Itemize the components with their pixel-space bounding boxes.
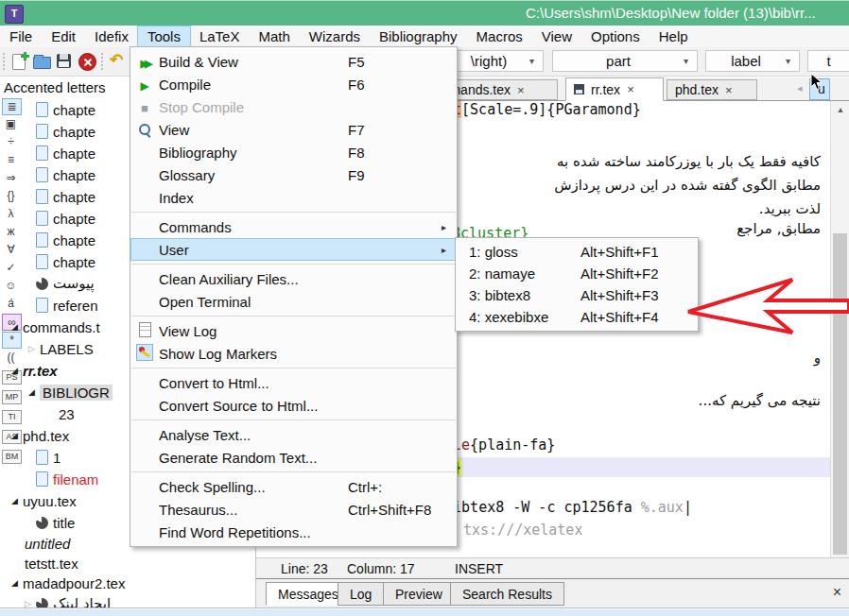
title-bar[interactable]: T C:\Users\shm\Desktop\New folder (13)\b… bbox=[0, 0, 849, 26]
toolbar-grip[interactable] bbox=[3, 53, 8, 70]
menu-wizards[interactable]: Wizards bbox=[300, 26, 370, 47]
menu-item-clean-auxiliary-files[interactable]: Clean Auxiliary Files... bbox=[130, 267, 457, 290]
expanded-triangle-icon[interactable]: ◢ bbox=[28, 387, 40, 397]
collapsed-triangle-icon[interactable]: ▷ bbox=[28, 344, 40, 353]
structure-panel-icon[interactable]: ≣ bbox=[2, 98, 22, 115]
greek-icon[interactable]: λ bbox=[2, 206, 20, 221]
menu-item-build-and-view[interactable]: ▶▶Build & ViewF5 bbox=[130, 50, 457, 73]
tab-close-icon[interactable]: × bbox=[517, 83, 525, 97]
new-file-button[interactable] bbox=[9, 51, 29, 72]
menu-item-commands[interactable]: Commands▸ bbox=[130, 215, 457, 238]
menu-item-check-spelling[interactable]: Check Spelling...Ctrl+: bbox=[130, 475, 457, 498]
menu-item-user[interactable]: User▸ bbox=[130, 238, 457, 261]
expanded-triangle-icon[interactable]: ◢ bbox=[11, 578, 23, 588]
submenu-item-namaye[interactable]: 2: namayeAlt+Shift+F2 bbox=[456, 263, 698, 284]
tree-item-1[interactable]: 1 bbox=[36, 448, 61, 467]
tikz-icon[interactable]: TI bbox=[2, 410, 22, 424]
tree-item-23[interactable]: 23 bbox=[59, 404, 75, 423]
menu-file[interactable]: File bbox=[0, 26, 42, 47]
tree-item-phd-tex[interactable]: ◢phd.tex bbox=[11, 426, 69, 445]
tab-rr-tex[interactable]: rr.tex × bbox=[565, 77, 664, 101]
menu-view[interactable]: View bbox=[532, 26, 581, 47]
submenu-item-xexebibxe[interactable]: 4: xexebibxeAlt+Shift+F4 bbox=[456, 306, 698, 328]
expanded-triangle-icon[interactable]: ◢ bbox=[11, 366, 23, 375]
tree-item-madadpour2-tex[interactable]: ◢madadpour2.tex bbox=[11, 573, 125, 592]
bookmarks-panel-icon[interactable]: ▣ bbox=[2, 116, 20, 131]
save-button[interactable] bbox=[54, 51, 75, 72]
tree-item-references[interactable]: referen bbox=[36, 296, 98, 315]
tree-item-bibliography[interactable]: ◢BIBLIOGR bbox=[28, 383, 113, 402]
menu-item-find-word-repetitions[interactable]: Find Word Repetitions... bbox=[130, 521, 457, 543]
tab-phd-tex[interactable]: phd.tex × bbox=[667, 79, 757, 100]
tree-item-appendix[interactable]: پیوست bbox=[36, 274, 95, 293]
tab-search-results[interactable]: Search Results bbox=[450, 582, 564, 606]
scroll-up-icon[interactable]: ▴ bbox=[831, 101, 849, 117]
tree-item-chapter[interactable]: chapte bbox=[36, 100, 95, 119]
menu-item-index[interactable]: Index bbox=[130, 186, 457, 209]
accented-icon[interactable]: á bbox=[2, 296, 20, 311]
menu-item-generate-random-text[interactable]: Generate Random Text... bbox=[130, 446, 457, 469]
tree-item-chapter[interactable]: chapte bbox=[36, 165, 95, 184]
expanded-triangle-icon[interactable]: ◢ bbox=[11, 496, 23, 505]
menu-item-bibliography[interactable]: BibliographyF8 bbox=[130, 141, 457, 163]
tab-close-icon[interactable]: × bbox=[725, 83, 733, 97]
menu-edit[interactable]: Edit bbox=[42, 26, 85, 47]
menu-help[interactable]: Help bbox=[650, 26, 698, 47]
menu-math[interactable]: Math bbox=[249, 26, 299, 47]
tree-item-rr-tex[interactable]: ◢rr.tex bbox=[11, 361, 58, 380]
tree-item-chapter[interactable]: chapte bbox=[36, 231, 95, 249]
menu-item-view-log[interactable]: View Log bbox=[130, 319, 457, 342]
panel-close-icon[interactable]: × bbox=[833, 584, 841, 601]
menu-idefix[interactable]: Idefix bbox=[85, 26, 138, 47]
menu-options[interactable]: Options bbox=[581, 26, 650, 47]
tab-log[interactable]: Log bbox=[338, 582, 384, 606]
tree-item-filename[interactable]: filenam bbox=[36, 470, 98, 488]
bracket-combo[interactable]: \right) ▾ bbox=[447, 50, 544, 72]
menu-item-convert-source-to-html[interactable]: Convert Source to Html... bbox=[130, 394, 457, 417]
submenu-item-bibtex8[interactable]: 3: bibtex8Alt+Shift+F3 bbox=[456, 284, 698, 306]
smiley-icon[interactable]: ☺ bbox=[2, 278, 20, 293]
tree-item-uyuu-tex[interactable]: ◢uyuu.tex bbox=[11, 491, 77, 510]
tab-preview[interactable]: Preview bbox=[383, 582, 455, 606]
tree-item-chapter[interactable]: chapte bbox=[36, 122, 95, 141]
open-file-button[interactable] bbox=[31, 51, 52, 72]
tree-item-labels[interactable]: ▷LABELS bbox=[28, 339, 94, 358]
tree-item-tetstt-tex[interactable]: tetstt.tex bbox=[25, 554, 78, 573]
math-divide-icon[interactable]: ÷ bbox=[2, 134, 20, 149]
metapost-icon[interactable]: MP bbox=[2, 390, 22, 404]
section-combo[interactable]: part ▾ bbox=[552, 50, 698, 72]
undo-button[interactable]: ↶ bbox=[106, 51, 127, 72]
menu-macros[interactable]: Macros bbox=[467, 26, 532, 47]
menu-item-show-log-markers[interactable]: Show Log Markers bbox=[130, 342, 457, 365]
close-file-button[interactable] bbox=[77, 51, 97, 72]
menu-latex[interactable]: LaTeX bbox=[190, 26, 250, 47]
check-icon[interactable]: ✓ bbox=[2, 260, 20, 275]
tree-item-title[interactable]: title bbox=[36, 513, 75, 532]
delimiters-icon[interactable]: {} bbox=[2, 188, 20, 203]
tree-item-create-link[interactable]: ▷ايجاد لينک bbox=[25, 594, 111, 607]
menu-item-glossary[interactable]: GlossaryF9 bbox=[130, 163, 457, 186]
menu-item-convert-to-html[interactable]: Convert to Html... bbox=[130, 371, 457, 394]
beamer-icon[interactable]: BM bbox=[2, 450, 22, 464]
tree-item-commands-tex[interactable]: ◢commands.t bbox=[11, 317, 100, 336]
expanded-triangle-icon[interactable]: ◢ bbox=[11, 322, 23, 332]
menu-item-view[interactable]: ViewF7 bbox=[130, 118, 457, 141]
operators-icon[interactable]: ∀ bbox=[2, 242, 20, 257]
tree-item-chapter[interactable]: chapte bbox=[36, 187, 95, 206]
tab-close-icon[interactable]: × bbox=[627, 82, 634, 96]
editor-scrollbar[interactable]: ▴ ▾ bbox=[830, 101, 849, 578]
menu-item-thesaurus[interactable]: Thesaurus...Ctrl+Shift+F8 bbox=[130, 498, 457, 521]
tree-item-chapter[interactable]: chapte bbox=[36, 252, 95, 271]
collapsed-triangle-icon[interactable]: ▷ bbox=[25, 599, 36, 607]
menu-bibliography[interactable]: Bibliography bbox=[370, 26, 467, 47]
expanded-triangle-icon[interactable]: ◢ bbox=[11, 431, 23, 440]
submenu-item-gloss[interactable]: 1: glossAlt+Shift+F1 bbox=[456, 241, 698, 263]
label-combo[interactable]: label ▾ bbox=[705, 50, 800, 72]
font-combo[interactable]: t bbox=[807, 50, 849, 72]
tab-scroll-left-icon[interactable]: ◂ bbox=[797, 82, 803, 94]
tree-item-chapter[interactable]: chapte bbox=[36, 209, 95, 228]
cyrillic-icon[interactable]: ж bbox=[2, 224, 20, 239]
menu-tools[interactable]: Tools bbox=[138, 26, 190, 47]
arrows-icon[interactable]: ⇒ bbox=[2, 170, 20, 185]
menu-item-analyse-text[interactable]: Analyse Text... bbox=[130, 423, 457, 446]
